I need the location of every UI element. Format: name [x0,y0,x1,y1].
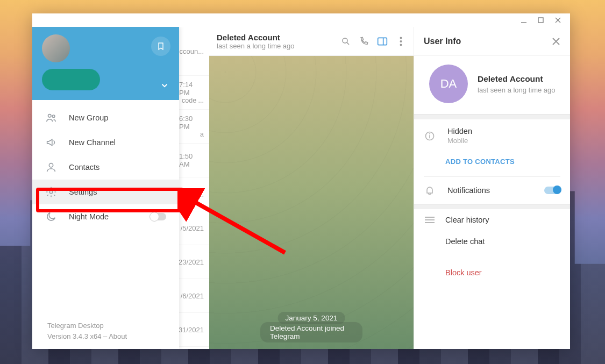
group-icon [45,112,57,124]
service-message: Deleted Account joined Telegram [260,322,362,342]
more-icon[interactable] [395,36,406,47]
svg-rect-1 [538,18,543,23]
add-to-contacts-button[interactable]: ADD TO CONTACTS [414,152,570,176]
menu-header [32,27,179,100]
person-icon [45,161,57,173]
svg-point-6 [49,163,53,167]
separator [414,114,570,119]
menu-settings[interactable]: Settings [32,180,179,204]
window-titlebar [32,13,570,27]
app-name: Telegram Desktop [47,320,164,331]
chat-list-item[interactable]: 1:50 AM [179,144,209,177]
megaphone-icon [45,137,57,148]
info-title: User Info [424,37,461,46]
window-maximize-button[interactable] [538,17,546,23]
menu-label: Settings [69,188,97,196]
notifications-label: Notifications [447,186,490,195]
menu-footer: Telegram Desktop Version 3.4.3 x64 – Abo… [32,313,179,349]
info-avatar[interactable]: DA [429,65,468,103]
moon-icon [45,211,57,223]
chat-header: Deleted Account last seen a long time ag… [209,27,414,56]
notifications-toggle[interactable] [544,187,560,194]
chat-title-block[interactable]: Deleted Account last seen a long time ag… [217,33,333,50]
menu-label: Night Mode [69,212,109,221]
block-user-button[interactable]: Block user [414,262,570,283]
phone-value: Hidden [447,127,560,135]
chat-subtitle: last seen a long time ago [217,42,333,50]
info-header: User Info [414,27,570,56]
menu-new-group[interactable]: New Group [32,105,179,130]
side-panel-icon[interactable] [377,36,388,47]
chat-column: Deleted Account last seen a long time ag… [209,27,414,349]
chat-list-item[interactable]: ccoun... [179,27,209,76]
info-phone-row: Hidden Mobile [414,119,570,152]
chat-title: Deleted Account [217,33,333,42]
svg-point-4 [48,115,52,118]
info-icon [424,130,436,142]
chat-list-item[interactable]: /5/2021 [179,211,209,245]
menu-label: New Group [69,113,108,122]
svg-point-7 [49,190,53,194]
self-avatar[interactable] [42,34,70,62]
account-name-pill[interactable] [42,69,100,90]
saved-messages-button[interactable] [151,37,170,56]
main-menu-drawer: New Group New Channel Contacts [32,27,179,349]
window-minimize-button[interactable] [521,17,529,24]
info-status: last seen a long time ago [478,86,556,94]
chat-list-column: ccoun... 7:14 PM code ... 6:30 PM a 1:50… [179,27,209,349]
delete-chat-button[interactable]: Delete chat [414,231,570,252]
menu-list: New Group New Channel Contacts [32,100,179,234]
telegram-window: New Group New Channel Contacts [32,13,570,349]
menu-label: New Channel [69,138,116,147]
svg-line-9 [347,42,349,44]
chat-list-item[interactable]: /6/2021 [179,279,209,313]
night-mode-toggle[interactable] [150,213,166,220]
info-name: Deleted Account [478,74,556,84]
chat-list-item[interactable]: 23/2021 [179,245,209,279]
menu-contacts[interactable]: Contacts [32,155,179,180]
svg-point-13 [400,40,402,42]
separator [414,204,570,209]
phone-label: Mobile [447,137,560,145]
clear-history-button[interactable]: Clear history [414,209,570,231]
svg-point-14 [400,44,402,46]
window-close-button[interactable] [555,17,564,23]
info-notifications-row[interactable]: Notifications [414,177,570,204]
menu-night-mode[interactable]: Night Mode [32,204,179,229]
svg-point-5 [52,115,55,118]
svg-point-19 [430,133,430,134]
chevron-down-icon[interactable] [160,81,169,90]
app-version[interactable]: Version 3.4.3 x64 – About [47,331,164,342]
search-icon[interactable] [340,36,351,47]
chat-list-item[interactable]: 31/2021 [179,313,209,347]
call-icon[interactable] [359,36,369,47]
svg-rect-10 [378,38,387,45]
chat-list-item[interactable]: 7:14 PM code ... [179,76,209,110]
svg-point-8 [343,38,347,43]
info-profile: DA Deleted Account last seen a long time… [414,56,570,114]
close-icon[interactable] [552,37,560,46]
chat-list-item[interactable]: 26/2... [179,177,209,211]
gear-icon [45,186,57,198]
chat-list-item[interactable]: 6:30 PM a [179,110,209,144]
chat-messages[interactable]: January 5, 2021 Deleted Account joined T… [209,56,414,349]
svg-point-12 [400,37,402,39]
menu-new-channel[interactable]: New Channel [32,130,179,155]
menu-label: Contacts [69,163,99,172]
user-info-panel: User Info DA Deleted Account last seen a… [414,27,570,349]
bell-icon [424,184,436,196]
